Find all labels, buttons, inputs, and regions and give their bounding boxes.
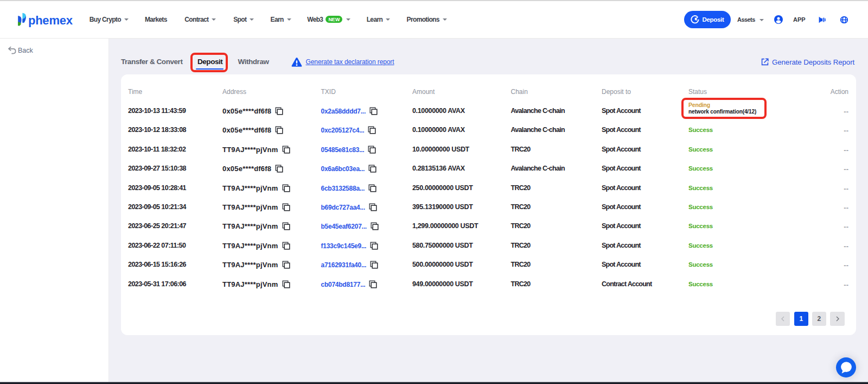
svg-text:phemex: phemex [28,14,73,27]
